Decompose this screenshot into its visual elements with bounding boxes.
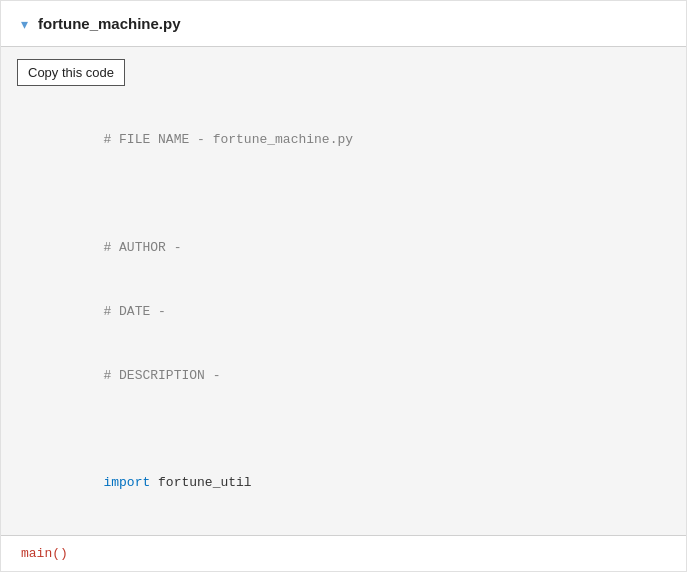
main-container: ▾ fortune_machine.py Copy this code # FI… [0,0,687,572]
code-line-3: # AUTHOR - [103,240,181,255]
code-block: # FILE NAME - fortune_machine.py # AUTHO… [41,108,666,535]
file-title: fortune_machine.py [38,15,181,32]
content-area: Copy this code # FILE NAME - fortune_mac… [1,47,686,535]
bottom-code-text: main() [21,546,68,561]
bottom-bar: main() [1,535,686,571]
code-line-1: # FILE NAME - fortune_machine.py [103,132,353,147]
code-line-4: # DATE - [103,304,165,319]
code-line-5: # DESCRIPTION - [103,368,220,383]
chevron-down-icon[interactable]: ▾ [21,16,28,32]
copy-code-button[interactable]: Copy this code [17,59,125,86]
code-import-value: fortune_util [150,475,251,490]
file-header: ▾ fortune_machine.py [1,1,686,47]
code-import-keyword: import [103,475,150,490]
code-container: # FILE NAME - fortune_machine.py # AUTHO… [1,98,686,535]
toolbar: Copy this code [1,47,686,98]
